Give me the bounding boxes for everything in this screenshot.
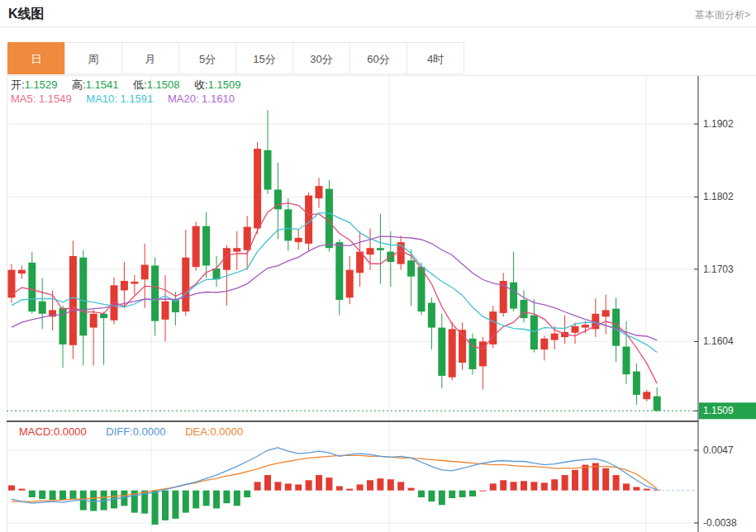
macd-bar bbox=[39, 491, 45, 499]
tab-week[interactable]: 周 bbox=[64, 42, 122, 74]
ma10-legend: MA10: 1.1591 bbox=[86, 93, 153, 105]
macd-bar bbox=[397, 482, 404, 490]
macd-bar bbox=[8, 485, 15, 490]
diff-value: DIFF:0.0000 bbox=[106, 425, 165, 438]
macd-bar bbox=[377, 478, 383, 490]
macd-bar bbox=[439, 491, 445, 506]
candle-body bbox=[121, 281, 128, 290]
dea-value: DEA:0.0000 bbox=[185, 425, 243, 438]
ma20-line bbox=[12, 236, 657, 340]
macd-bar bbox=[408, 488, 415, 491]
macd-bar bbox=[633, 487, 640, 491]
candle-body bbox=[623, 347, 630, 375]
current-price-badge-text: 1.1509 bbox=[703, 405, 734, 416]
macd-bar bbox=[274, 482, 281, 490]
candle-body bbox=[182, 258, 189, 311]
macd-bar bbox=[285, 483, 292, 490]
interval-tabs: 日 周 月 5分 15分 30分 60分 4时 bbox=[7, 42, 464, 74]
macd-bar bbox=[234, 491, 240, 506]
candle-body bbox=[572, 326, 579, 333]
macd-bar bbox=[264, 475, 271, 491]
open-value: 1.1529 bbox=[25, 78, 58, 91]
macd-bar bbox=[172, 491, 178, 519]
candle-body bbox=[438, 328, 445, 376]
dea-line bbox=[12, 455, 657, 501]
macd-bar bbox=[623, 483, 630, 490]
macd-bar bbox=[326, 477, 332, 491]
candle-body bbox=[79, 258, 87, 336]
macd-bar bbox=[644, 489, 650, 491]
tab-60min[interactable]: 60分 bbox=[349, 42, 407, 74]
macd-bar bbox=[69, 491, 76, 499]
candle-body bbox=[407, 260, 415, 276]
tab-day[interactable]: 日 bbox=[7, 42, 65, 74]
candle-body bbox=[254, 149, 261, 228]
candle-body bbox=[633, 372, 640, 395]
macd-bar bbox=[306, 480, 312, 490]
candle-body bbox=[377, 248, 384, 250]
candle-body bbox=[295, 238, 302, 242]
tab-5min[interactable]: 5分 bbox=[178, 42, 236, 74]
macd-bar bbox=[223, 491, 230, 504]
ma5-legend: MA5: 1.1549 bbox=[11, 93, 72, 105]
y-axis-label: 1.1604 bbox=[703, 335, 734, 347]
candle-body bbox=[530, 316, 538, 350]
macd-bar bbox=[316, 475, 322, 491]
y-axis-label: 1.1802 bbox=[703, 191, 734, 202]
macd-bar bbox=[428, 491, 435, 501]
candle-body bbox=[28, 263, 36, 311]
candle-body bbox=[90, 314, 97, 328]
macd-bar bbox=[521, 481, 527, 490]
macd-bar bbox=[183, 491, 189, 513]
macd-bar bbox=[193, 491, 199, 509]
y-axis-label: 0.0047 bbox=[703, 444, 734, 456]
candle-body bbox=[335, 242, 343, 300]
candle-body bbox=[39, 302, 46, 314]
tab-15min[interactable]: 15分 bbox=[235, 42, 293, 74]
candle-body bbox=[8, 270, 16, 298]
candle-body bbox=[131, 282, 138, 284]
candle-body bbox=[326, 189, 333, 249]
tab-30min[interactable]: 30分 bbox=[292, 42, 350, 74]
candle-body bbox=[346, 270, 354, 298]
ma10-line bbox=[12, 213, 657, 353]
macd-bar bbox=[367, 480, 373, 490]
tab-month[interactable]: 月 bbox=[121, 42, 179, 74]
candle-body bbox=[367, 248, 374, 254]
macd-bar bbox=[346, 489, 353, 491]
macd-bar bbox=[29, 491, 36, 497]
macd-legend: MACD:0.0000 DIFF:0.0000 DEA:0.0000 bbox=[19, 425, 243, 438]
macd-bar bbox=[449, 491, 455, 498]
close-value: 1.1509 bbox=[208, 78, 241, 91]
macd-bar bbox=[551, 479, 558, 490]
candle-body bbox=[233, 248, 240, 251]
candle-body bbox=[540, 339, 548, 349]
macd-bar bbox=[336, 487, 343, 491]
candle-body bbox=[551, 334, 559, 340]
macd-bar bbox=[357, 484, 364, 490]
candle-body bbox=[264, 150, 272, 190]
candle-body bbox=[582, 325, 589, 328]
tab-4hour[interactable]: 4时 bbox=[407, 42, 464, 74]
candle-body bbox=[18, 270, 26, 273]
macd-bar bbox=[562, 475, 568, 491]
macd-bar bbox=[541, 482, 548, 490]
candle-body bbox=[643, 392, 650, 399]
macd-bar bbox=[418, 491, 425, 497]
candle-body bbox=[202, 226, 210, 266]
macd-bar bbox=[152, 491, 159, 525]
candle-body bbox=[193, 226, 200, 267]
ohlc-legend: 开:1.1529 高:1.1541 低:1.1508 收:1.1509 bbox=[11, 78, 252, 93]
high-label: 高: bbox=[72, 78, 86, 91]
macd-bar bbox=[50, 491, 56, 500]
candle-body bbox=[141, 265, 149, 280]
ma20-legend: MA20: 1.1610 bbox=[168, 93, 235, 105]
macd-bar bbox=[18, 489, 25, 491]
macd-bar bbox=[572, 470, 578, 491]
candle-body bbox=[418, 267, 426, 311]
candle-body bbox=[428, 303, 435, 328]
macd-bar bbox=[459, 491, 466, 497]
macd-bar bbox=[469, 491, 476, 496]
y-axis-label: 1.1703 bbox=[703, 264, 734, 275]
macd-bar bbox=[213, 491, 220, 509]
